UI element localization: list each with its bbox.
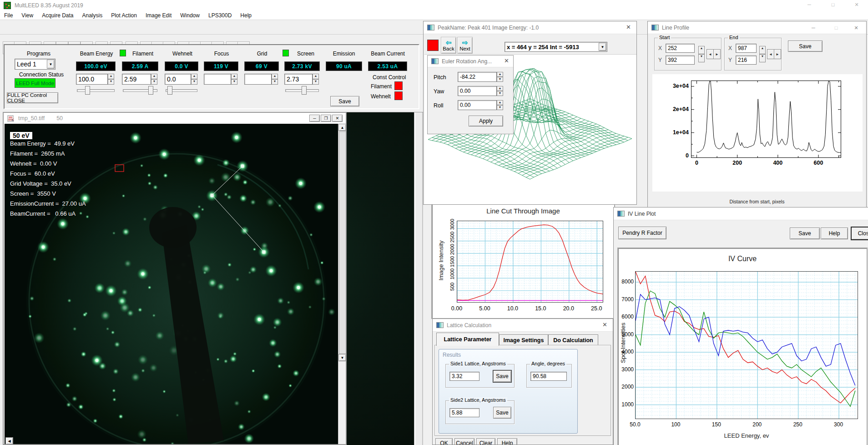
menu-file[interactable]: File	[4, 11, 13, 20]
start-y-field[interactable]: 392	[666, 56, 695, 65]
image-vscroll-thumb[interactable]	[339, 131, 347, 354]
start-x-field[interactable]: 252	[666, 44, 695, 53]
line-profile-close-button[interactable]: ✕	[849, 25, 863, 31]
wehnelt-slider[interactable]	[165, 86, 198, 94]
line-profile-maximize-button[interactable]: □	[829, 25, 843, 30]
euler-pitch-spinner[interactable]: ▲▼	[497, 72, 503, 82]
focus-spinbox[interactable]	[204, 74, 231, 85]
emission-save-button[interactable]: Save	[330, 96, 359, 106]
image-window-close-button[interactable]: ✕	[332, 115, 343, 122]
euler-titlebar[interactable]: Euler Rotation Ang...	[428, 56, 513, 67]
peakname-titlebar[interactable]: PeakName: Peak 401 Image Energy: -1.0	[424, 21, 636, 34]
iv-titlebar[interactable]: IV Line Plot	[614, 207, 868, 220]
programs-select[interactable]: Leed 1 ▼	[15, 59, 56, 70]
start-updown-spinner[interactable]: ▲▼	[698, 46, 705, 62]
image-window-restore-button[interactable]: ❐	[321, 115, 331, 122]
grid-spinbox[interactable]	[244, 74, 272, 85]
image-vscroll-up-button[interactable]: ▲	[338, 124, 346, 131]
end-right-button[interactable]: ►	[774, 49, 781, 59]
background-image-window[interactable]	[347, 112, 423, 445]
menu-analysis[interactable]: Analysis	[82, 11, 103, 20]
menu-view[interactable]: View	[21, 11, 33, 20]
beam-energy-spinbox[interactable]: 100.0	[76, 74, 108, 85]
lattice-close-button[interactable]: ✕	[602, 321, 607, 328]
wehnelt-spinbox[interactable]: 0.0	[165, 74, 191, 85]
euler-roll-spinner[interactable]: ▲▼	[497, 100, 503, 110]
iv-close-button[interactable]: Close	[851, 227, 868, 240]
end-left-button[interactable]: ◄	[767, 49, 774, 59]
filament-slider[interactable]	[122, 86, 158, 94]
screen-slider[interactable]	[284, 86, 320, 94]
beam-energy-spinner[interactable]: ▲▼	[108, 74, 114, 85]
tab-do-calculation[interactable]: Do Calculation	[548, 334, 598, 346]
focus-label: Focus	[201, 51, 242, 57]
image-window-minimize-button[interactable]: ─	[309, 115, 320, 122]
iv-help-button[interactable]: Help	[821, 228, 848, 239]
euler-close-button[interactable]: ✕	[504, 57, 509, 64]
minimize-button[interactable]: ─	[802, 2, 817, 9]
end-x-field[interactable]: 987	[736, 44, 757, 53]
lattice-clear-button[interactable]: Clear	[476, 438, 495, 445]
image-vscroll-down-button[interactable]: ▼	[338, 354, 346, 361]
peak-combo-dropdown-button[interactable]: ▼	[599, 43, 606, 51]
screen-spinner[interactable]: ▲▼	[313, 74, 319, 85]
iv-save-button[interactable]: Save	[790, 228, 820, 239]
menu-window[interactable]: Window	[180, 11, 200, 20]
image-vscrollbar[interactable]: ▲ ▼	[338, 124, 346, 445]
menu-lps300d[interactable]: LPS300D	[208, 11, 232, 20]
tab-lattice-parameter[interactable]: Lattice Parameter	[436, 333, 499, 346]
maximize-button[interactable]: □	[825, 2, 841, 9]
side1-save-button[interactable]: Save	[493, 370, 511, 382]
const-filament-led[interactable]	[394, 81, 403, 90]
grid-spinner[interactable]: ▲▼	[272, 74, 278, 85]
euler-yaw-spinner[interactable]: ▲▼	[497, 86, 503, 96]
beam-energy-slider[interactable]	[76, 86, 116, 94]
side2-lattice-value[interactable]: 5.88	[449, 408, 479, 417]
side1-lattice-value[interactable]: 3.32	[449, 372, 479, 381]
image-window-titlebar[interactable]: DOC tmp_50.tiff 50 ─ ❐ ✕	[4, 113, 346, 124]
leed-spot	[277, 297, 284, 304]
leed-spot	[224, 192, 228, 197]
line-profile-plot[interactable]	[691, 81, 841, 158]
side2-save-button[interactable]: Save	[493, 407, 511, 419]
full-pc-control-button[interactable]: FULL PC Control CLOSE	[7, 92, 58, 103]
line-cut-plot[interactable]	[457, 221, 603, 303]
focus-spinner[interactable]: ▲▼	[231, 74, 237, 85]
menu-image-edit[interactable]: Image Edit	[146, 11, 172, 20]
peak-next-button[interactable]: ⇨ Next	[457, 37, 473, 54]
close-button[interactable]: ✕	[849, 2, 864, 9]
menu-acquire-data[interactable]: Acquire Data	[42, 11, 73, 20]
peak-back-button[interactable]: ⇦ Back	[441, 37, 456, 54]
lattice-titlebar[interactable]: Lattice Calculation	[433, 319, 613, 332]
filament-spinbox[interactable]: 2.59	[122, 74, 151, 85]
end-y-field[interactable]: 216	[736, 56, 757, 65]
euler-roll-field[interactable]: 0.00	[458, 100, 497, 110]
lattice-ok-button[interactable]: OK	[435, 438, 453, 445]
start-right-button[interactable]: ►	[713, 49, 721, 59]
line-profile-minimize-button[interactable]: ─	[807, 25, 820, 30]
iv-plot[interactable]	[635, 271, 858, 419]
menu-help[interactable]: Help	[240, 11, 252, 20]
programs-dropdown-button[interactable]: ▼	[47, 60, 55, 69]
menu-plot-action[interactable]: Plot Action	[111, 11, 137, 20]
peakname-close-button[interactable]: ✕	[626, 24, 631, 30]
line-profile-save-button[interactable]: Save	[788, 40, 823, 52]
pendry-r-factor-button[interactable]: Pendry R Factor	[618, 227, 666, 239]
wehnelt-spinner[interactable]: ▲▼	[191, 74, 197, 85]
angle-value[interactable]: 90.58	[530, 372, 567, 381]
filament-spinner[interactable]: ▲▼	[151, 74, 157, 85]
end-updown-spinner[interactable]: ▲▼	[759, 46, 766, 62]
start-left-button[interactable]: ◄	[707, 49, 714, 59]
image-hscroll-left-button[interactable]: ◀	[5, 437, 13, 445]
leed-image-canvas[interactable]: 50 eV Beam Energy = 49.9 eV Filament = 2…	[5, 124, 338, 445]
lattice-help-button[interactable]: Help	[497, 438, 517, 445]
screen-spinbox[interactable]: 2.73	[284, 74, 313, 85]
euler-apply-button[interactable]: Apply	[469, 116, 503, 126]
euler-pitch-field[interactable]: -84.22	[458, 72, 497, 82]
euler-yaw-field[interactable]: 0.00	[458, 86, 497, 96]
peak-position-combobox[interactable]: x = 464 y = 254 Int = -5913 ▼	[505, 42, 607, 52]
lattice-cancel-button[interactable]: Cancel	[454, 438, 474, 445]
const-wehnelt-led[interactable]	[394, 91, 403, 100]
tab-image-settings[interactable]: Image Settings	[499, 334, 548, 346]
background-window-scrollbar[interactable]	[414, 112, 423, 445]
